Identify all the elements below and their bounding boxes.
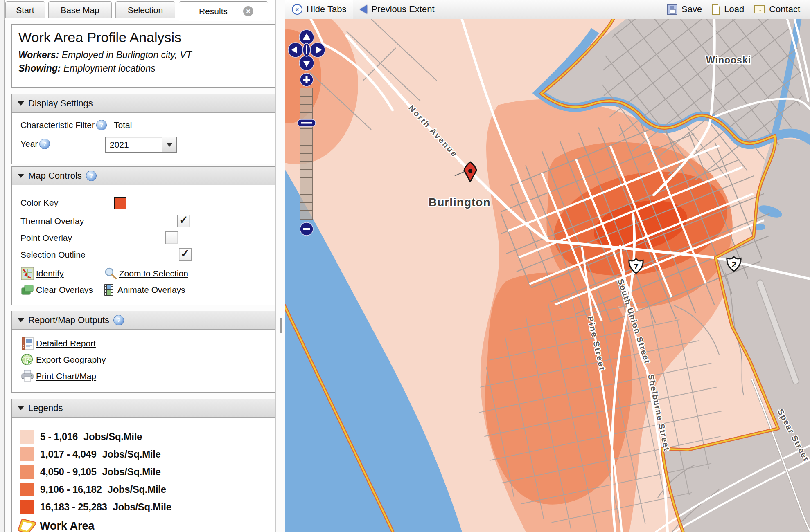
report-notebook-icon bbox=[20, 337, 34, 350]
map-zoom-slider[interactable] bbox=[298, 73, 316, 236]
identify-link[interactable]: Identify bbox=[36, 269, 64, 278]
collapse-triangle-icon bbox=[18, 406, 24, 410]
display-settings-title: Display Settings bbox=[28, 98, 93, 109]
file-icon bbox=[712, 4, 720, 15]
tab-selection[interactable]: Selection bbox=[115, 1, 175, 18]
contact-button[interactable]: Contact bbox=[750, 4, 804, 15]
help-icon[interactable]: ? bbox=[96, 120, 107, 130]
floppy-disk-icon bbox=[667, 4, 677, 15]
legend-unit: Jobs/Sq.Mile bbox=[102, 449, 161, 460]
zoom-to-selection-link[interactable]: Zoom to Selection bbox=[119, 269, 188, 278]
legends-title: Legends bbox=[28, 403, 63, 413]
help-icon[interactable]: ? bbox=[113, 315, 124, 325]
hide-tabs-button[interactable]: « Hide Tabs bbox=[285, 0, 353, 19]
load-button[interactable]: Load bbox=[708, 4, 748, 15]
close-icon[interactable]: ✕ bbox=[243, 6, 253, 16]
envelope-icon bbox=[754, 5, 765, 13]
animate-overlays-link[interactable]: Animate Overlays bbox=[117, 285, 185, 295]
selection-outline-label: Selection Outline bbox=[20, 250, 86, 260]
legend-unit: Jobs/Sq.Mile bbox=[113, 501, 171, 512]
toolbar-right-group: Save Load Contact bbox=[663, 4, 810, 15]
legend-range: 4,050 - 9,105 bbox=[40, 466, 97, 477]
report-outputs-header[interactable]: Report/Map Outputs ? bbox=[12, 311, 275, 330]
export-geography-row: Export Geography bbox=[20, 353, 271, 367]
left-triangle-icon bbox=[360, 5, 367, 14]
print-chart-map-link[interactable]: Print Chart/Map bbox=[36, 371, 96, 381]
year-dropdown-value: 2021 bbox=[106, 140, 162, 150]
map-controls-title: Map Controls bbox=[28, 171, 82, 181]
color-key-row: Color Key bbox=[20, 198, 271, 208]
thermal-overlay-checkbox[interactable] bbox=[177, 215, 190, 227]
map-canvas[interactable]: Burlington Winooski North Avenue Pine St… bbox=[285, 19, 810, 532]
map-controls-links-row2: Clear Overlays Animate Overlays bbox=[20, 283, 271, 297]
contact-label: Contact bbox=[769, 4, 800, 15]
thermal-overlay-label: Thermal Overlay bbox=[20, 216, 84, 226]
city-label-burlington: Burlington bbox=[429, 196, 491, 209]
report-outputs-title: Report/Map Outputs bbox=[28, 315, 109, 325]
selection-outline-checkbox[interactable] bbox=[179, 248, 192, 261]
magnifier-icon bbox=[104, 267, 117, 281]
collapse-triangle-icon bbox=[18, 174, 24, 178]
display-settings-header[interactable]: Display Settings bbox=[12, 94, 275, 113]
work-area-polygon-icon bbox=[16, 517, 37, 532]
workers-value: Employed in Burlington city, VT bbox=[62, 49, 192, 60]
showing-line: Showing: Employment locations bbox=[18, 63, 275, 74]
thermal-overlay-row: Thermal Overlay bbox=[20, 215, 271, 227]
tab-results[interactable]: Results ✕ bbox=[179, 1, 268, 21]
divider-grip-handle[interactable] bbox=[280, 318, 282, 333]
tab-selection-label: Selection bbox=[128, 5, 163, 15]
legend-item: 9,106 - 16,182Jobs/Sq.Mile bbox=[20, 483, 271, 496]
previous-extent-button[interactable]: Previous Extent bbox=[353, 0, 441, 19]
legend-item: 5 - 1,016Jobs/Sq.Mile bbox=[20, 430, 271, 444]
tab-start[interactable]: Start bbox=[5, 1, 45, 18]
tab-results-label: Results bbox=[199, 7, 228, 16]
export-geography-link[interactable]: Export Geography bbox=[36, 355, 106, 365]
map-region: « Hide Tabs Previous Extent Save Load Co… bbox=[285, 0, 810, 532]
legends-header[interactable]: Legends bbox=[12, 399, 275, 418]
selection-outline-row: Selection Outline bbox=[20, 248, 271, 261]
dropdown-arrow-button[interactable] bbox=[162, 137, 176, 152]
legend-swatch bbox=[20, 465, 34, 479]
globe-export-icon bbox=[20, 353, 34, 367]
double-left-arrow-icon: « bbox=[292, 4, 302, 15]
work-area-label: Work Area bbox=[40, 520, 95, 532]
legend-item: 1,017 - 4,049Jobs/Sq.Mile bbox=[20, 447, 271, 461]
detailed-report-link[interactable]: Detailed Report bbox=[36, 339, 96, 348]
previous-extent-label: Previous Extent bbox=[371, 4, 434, 15]
map-toolbar: « Hide Tabs Previous Extent Save Load Co… bbox=[285, 0, 810, 19]
showing-value: Employment locations bbox=[63, 63, 156, 74]
legend-unit: Jobs/Sq.Mile bbox=[108, 484, 166, 495]
analysis-header-box: Work Area Profile Analysis Workers: Empl… bbox=[11, 24, 275, 88]
detailed-report-row: Detailed Report bbox=[20, 337, 271, 350]
display-settings-section: Display Settings Characteristic Filter ?… bbox=[11, 94, 275, 164]
point-overlay-checkbox[interactable] bbox=[165, 231, 178, 244]
film-strip-icon bbox=[102, 283, 116, 297]
tab-base-map-label: Base Map bbox=[61, 5, 99, 15]
color-key-label: Color Key bbox=[20, 198, 58, 208]
city-label-winooski: Winooski bbox=[706, 55, 751, 65]
print-chart-map-row: Print Chart/Map bbox=[20, 369, 271, 383]
map-controls-header[interactable]: Map Controls ? bbox=[12, 167, 275, 185]
legend-unit: Jobs/Sq.Mile bbox=[83, 431, 142, 442]
layers-icon bbox=[20, 283, 34, 297]
page-title: Work Area Profile Analysis bbox=[18, 29, 275, 45]
chevron-down-icon bbox=[167, 143, 172, 147]
collapse-triangle-icon bbox=[18, 101, 24, 106]
color-key-swatch[interactable] bbox=[114, 197, 126, 209]
tab-base-map[interactable]: Base Map bbox=[48, 1, 112, 18]
legend-item: 4,050 - 9,105Jobs/Sq.Mile bbox=[20, 465, 271, 479]
save-button[interactable]: Save bbox=[663, 4, 706, 15]
panel-resize-divider[interactable] bbox=[275, 0, 285, 532]
work-area-legend: Work Area bbox=[16, 517, 271, 532]
clear-overlays-link[interactable]: Clear Overlays bbox=[36, 285, 93, 295]
svg-text:2: 2 bbox=[731, 260, 736, 269]
year-dropdown[interactable]: 2021 bbox=[105, 137, 177, 153]
help-icon[interactable]: ? bbox=[86, 171, 97, 181]
identify-icon bbox=[20, 267, 34, 281]
save-label: Save bbox=[681, 4, 702, 15]
characteristic-filter-row: Characteristic Filter ? Total bbox=[20, 120, 271, 130]
help-icon[interactable]: ? bbox=[39, 139, 50, 149]
legend-range: 9,106 - 16,182 bbox=[40, 484, 102, 495]
collapse-triangle-icon bbox=[18, 318, 24, 322]
map-controls-section: Map Controls ? Color Key Thermal Overlay… bbox=[11, 166, 275, 305]
